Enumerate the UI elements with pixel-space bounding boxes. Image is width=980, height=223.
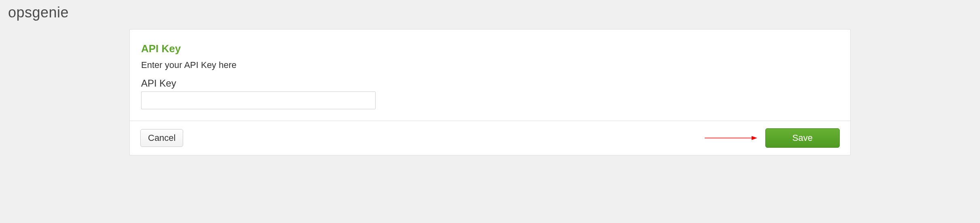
section-description: Enter your API Key here	[141, 60, 839, 70]
annotation-arrow-icon	[705, 134, 757, 142]
cancel-button[interactable]: Cancel	[140, 129, 183, 147]
card-body: API Key Enter your API Key here API Key	[130, 30, 850, 121]
footer-right: Save	[705, 128, 840, 148]
svg-marker-1	[752, 136, 757, 140]
api-key-label: API Key	[141, 78, 839, 89]
save-button[interactable]: Save	[765, 128, 840, 148]
api-key-input[interactable]	[141, 91, 376, 109]
settings-card: API Key Enter your API Key here API Key …	[129, 29, 851, 155]
card-footer: Cancel Save	[130, 121, 850, 155]
section-heading: API Key	[141, 42, 839, 55]
page-title: opsgenie	[0, 0, 980, 29]
